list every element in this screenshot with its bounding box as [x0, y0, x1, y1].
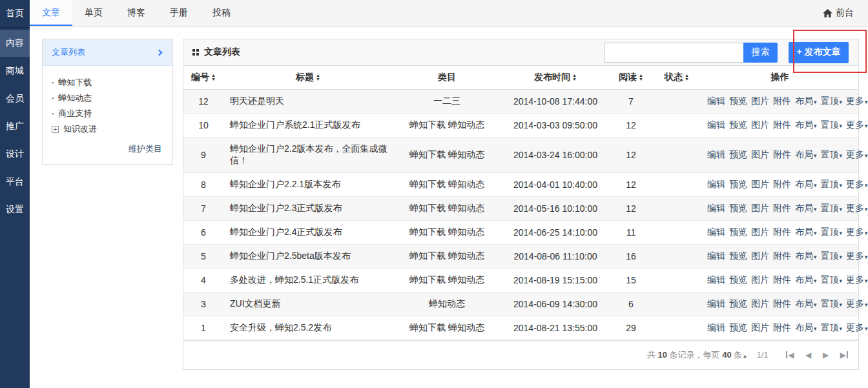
caret-up-icon[interactable]: ▴: [743, 352, 747, 359]
action-dropdown[interactable]: 更多▾: [846, 203, 868, 213]
action-dropdown[interactable]: 置顶▾: [821, 149, 843, 159]
sidebar-item-5[interactable]: 设计: [0, 141, 30, 168]
action-dropdown[interactable]: 置顶▾: [821, 274, 843, 285]
prev-page-button[interactable]: ◀: [805, 351, 811, 360]
action-link[interactable]: 图片: [751, 298, 769, 309]
category-item-3[interactable]: +知识改进: [52, 121, 165, 137]
action-link[interactable]: 预览: [729, 298, 747, 309]
action-link[interactable]: 图片: [751, 274, 769, 285]
action-dropdown[interactable]: 布局▾: [795, 274, 817, 285]
sidebar-item-7[interactable]: 设置: [0, 196, 30, 223]
front-site-link[interactable]: 前台: [823, 0, 868, 26]
tab-4[interactable]: 投稿: [200, 0, 243, 26]
category-panel-header[interactable]: 文章列表: [43, 39, 172, 66]
action-link[interactable]: 附件: [773, 203, 791, 213]
action-link[interactable]: 预览: [729, 250, 747, 261]
column-header-0[interactable]: 编号▲▼: [183, 66, 223, 90]
action-dropdown[interactable]: 更多▾: [846, 250, 868, 261]
action-link[interactable]: 编辑: [707, 179, 725, 189]
maintain-categories-link[interactable]: 维护类目: [43, 138, 172, 164]
action-dropdown[interactable]: 布局▾: [795, 250, 817, 261]
search-button[interactable]: 搜索: [743, 43, 778, 63]
action-link[interactable]: 编辑: [707, 322, 725, 332]
action-link[interactable]: 编辑: [707, 227, 725, 237]
publish-article-button[interactable]: +发布文章: [789, 42, 849, 63]
action-link[interactable]: 图片: [751, 322, 769, 332]
sidebar-item-1[interactable]: 内容: [0, 30, 30, 57]
sidebar-item-0[interactable]: 首页: [0, 0, 30, 28]
search-input[interactable]: [604, 43, 743, 63]
action-link[interactable]: 编辑: [707, 274, 725, 285]
sidebar-item-4[interactable]: 推广: [0, 113, 30, 140]
action-link[interactable]: 预览: [729, 179, 747, 189]
tab-2[interactable]: 博客: [115, 0, 158, 26]
action-link[interactable]: 图片: [751, 179, 769, 189]
action-link[interactable]: 预览: [729, 203, 747, 213]
action-link[interactable]: 预览: [729, 96, 747, 106]
action-dropdown[interactable]: 更多▾: [846, 298, 868, 309]
action-dropdown[interactable]: 布局▾: [795, 96, 817, 106]
next-page-button[interactable]: ▶: [823, 351, 829, 360]
action-link[interactable]: 附件: [773, 227, 791, 237]
column-header-1[interactable]: 标题▲▼: [223, 66, 393, 90]
action-dropdown[interactable]: 布局▾: [795, 203, 817, 213]
action-link[interactable]: 编辑: [707, 250, 725, 261]
action-dropdown[interactable]: 置顶▾: [821, 119, 843, 130]
action-dropdown[interactable]: 更多▾: [846, 119, 868, 130]
action-dropdown[interactable]: 更多▾: [846, 274, 868, 285]
sidebar-item-3[interactable]: 会员: [0, 85, 30, 112]
action-link[interactable]: 预览: [729, 274, 747, 285]
action-dropdown[interactable]: 置顶▾: [821, 322, 843, 332]
tab-3[interactable]: 手册: [158, 0, 200, 26]
action-dropdown[interactable]: 更多▾: [846, 149, 868, 159]
column-header-4[interactable]: 阅读▲▼: [610, 66, 652, 90]
action-dropdown[interactable]: 更多▾: [846, 96, 868, 106]
action-link[interactable]: 附件: [773, 298, 791, 309]
action-link[interactable]: 编辑: [707, 149, 725, 159]
action-link[interactable]: 图片: [751, 96, 769, 106]
action-dropdown[interactable]: 置顶▾: [821, 203, 843, 213]
action-link[interactable]: 图片: [751, 149, 769, 159]
action-dropdown[interactable]: 布局▾: [795, 227, 817, 237]
action-link[interactable]: 附件: [773, 119, 791, 130]
tab-1[interactable]: 单页: [72, 0, 115, 26]
sidebar-item-2[interactable]: 商城: [0, 57, 30, 85]
action-link[interactable]: 附件: [773, 149, 791, 159]
action-link[interactable]: 附件: [773, 96, 791, 106]
action-link[interactable]: 附件: [773, 322, 791, 332]
action-link[interactable]: 附件: [773, 179, 791, 189]
action-link[interactable]: 编辑: [707, 203, 725, 213]
action-link[interactable]: 预览: [729, 149, 747, 159]
column-header-5[interactable]: 状态▲▼: [652, 66, 701, 90]
action-link[interactable]: 图片: [751, 203, 769, 213]
action-link[interactable]: 编辑: [707, 298, 725, 309]
action-link[interactable]: 图片: [751, 227, 769, 237]
action-link[interactable]: 编辑: [707, 96, 725, 106]
action-dropdown[interactable]: 布局▾: [795, 179, 817, 189]
action-link[interactable]: 附件: [773, 250, 791, 261]
action-dropdown[interactable]: 布局▾: [795, 298, 817, 309]
action-link[interactable]: 预览: [729, 227, 747, 237]
column-header-3[interactable]: 发布时间▲▼: [501, 66, 610, 90]
action-dropdown[interactable]: 置顶▾: [821, 298, 843, 309]
action-dropdown[interactable]: 置顶▾: [821, 227, 843, 237]
action-dropdown[interactable]: 布局▾: [795, 322, 817, 332]
category-item-2[interactable]: ▪商业支持: [52, 106, 165, 121]
category-item-0[interactable]: ▪蝉知下载: [52, 75, 165, 90]
action-link[interactable]: 图片: [751, 119, 769, 130]
action-dropdown[interactable]: 更多▾: [846, 227, 868, 237]
tab-0[interactable]: 文章: [30, 0, 72, 26]
action-link[interactable]: 编辑: [707, 119, 725, 130]
first-page-button[interactable]: ◀: [786, 351, 794, 360]
action-dropdown[interactable]: 布局▾: [795, 119, 817, 130]
last-page-button[interactable]: ▶: [840, 351, 848, 360]
action-link[interactable]: 图片: [751, 250, 769, 261]
sidebar-item-6[interactable]: 平台: [0, 168, 30, 196]
action-dropdown[interactable]: 布局▾: [795, 149, 817, 159]
action-link[interactable]: 预览: [729, 322, 747, 332]
action-dropdown[interactable]: 更多▾: [846, 179, 868, 189]
action-link[interactable]: 预览: [729, 119, 747, 130]
action-link[interactable]: 附件: [773, 274, 791, 285]
action-dropdown[interactable]: 更多▾: [846, 322, 868, 332]
action-dropdown[interactable]: 置顶▾: [821, 250, 843, 261]
